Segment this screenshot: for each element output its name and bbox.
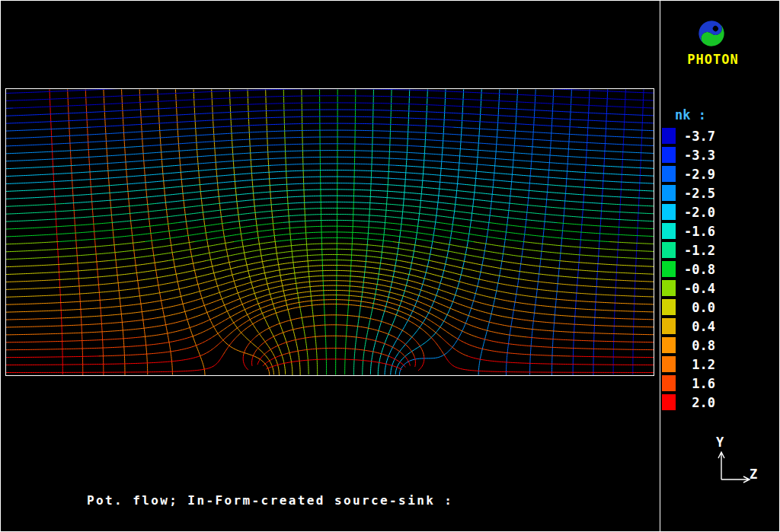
legend-row: -2.0 <box>662 202 715 221</box>
flow-canvas <box>6 89 654 375</box>
legend-row: 1.6 <box>662 374 715 393</box>
legend-value: -2.0 <box>682 205 715 220</box>
legend-entries: -3.7-3.3-2.9-2.5-2.0-1.6-1.2-0.8-0.40.00… <box>662 126 715 412</box>
legend-swatch <box>662 375 676 391</box>
legend-swatch <box>662 128 676 144</box>
legend-swatch <box>662 299 676 315</box>
legend-value: -3.3 <box>682 148 715 163</box>
legend-swatch <box>662 261 676 277</box>
legend-value: -2.5 <box>682 186 715 201</box>
legend-row: -0.8 <box>662 260 715 279</box>
photon-wordmark: PHOTON <box>682 52 743 67</box>
legend-row: -2.5 <box>662 183 715 202</box>
legend-swatch <box>662 242 676 258</box>
legend-swatch <box>662 337 676 353</box>
legend-swatch <box>662 223 676 239</box>
legend-swatch <box>662 204 676 220</box>
legend-value: 0.4 <box>682 319 715 334</box>
legend-value: -1.6 <box>682 224 715 239</box>
photon-logo-icon <box>696 18 727 49</box>
legend-value: 1.6 <box>682 376 715 391</box>
legend-row: -2.9 <box>662 164 715 183</box>
legend-row: -3.3 <box>662 145 715 164</box>
legend-row: 0.8 <box>662 336 715 355</box>
legend-row: 2.0 <box>662 393 715 412</box>
legend-value: 0.8 <box>682 338 715 353</box>
legend-value: -0.4 <box>682 281 715 296</box>
legend-swatch <box>662 166 676 182</box>
legend-swatch <box>662 356 676 372</box>
legend-row: -1.6 <box>662 221 715 241</box>
legend-value: 1.2 <box>682 357 715 372</box>
legend-swatch <box>662 185 676 201</box>
legend-value: 0.0 <box>682 300 715 315</box>
plot-area <box>5 88 654 376</box>
legend-value: -0.8 <box>682 262 715 277</box>
axis-arrow-paths <box>718 452 750 483</box>
legend-title: nk : <box>675 107 706 123</box>
legend-row: 0.4 <box>662 317 715 336</box>
legend-value: -1.2 <box>682 243 715 258</box>
plot-title: Pot. flow; In-Form-created source-sink : <box>87 493 453 508</box>
legend-row: 1.2 <box>662 355 715 374</box>
legend-row: -3.7 <box>662 126 715 145</box>
legend-swatch <box>662 318 676 334</box>
legend-row: 0.0 <box>662 298 715 317</box>
z-axis-label: Z <box>750 467 757 482</box>
legend-swatch <box>662 280 676 296</box>
legend-row: -0.4 <box>662 279 715 298</box>
legend-swatch <box>662 147 676 163</box>
legend-swatch <box>662 394 676 410</box>
panel-separator <box>660 0 660 532</box>
legend-row: -1.2 <box>662 241 715 260</box>
legend-value: -3.7 <box>682 129 715 144</box>
legend-value: 2.0 <box>682 395 715 410</box>
legend-value: -2.9 <box>682 167 715 182</box>
